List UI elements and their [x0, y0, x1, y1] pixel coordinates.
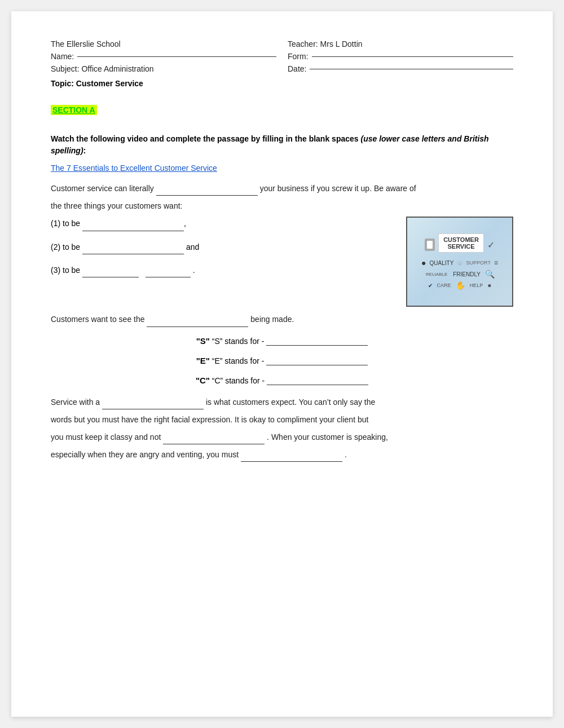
- smile-icon: ☺: [457, 260, 462, 266]
- service-start: Service with a: [51, 398, 100, 407]
- blank-e[interactable]: [266, 356, 368, 365]
- item2-and: and: [186, 242, 199, 252]
- e-letter: "E": [196, 356, 210, 365]
- care-keyword: CARE: [436, 282, 452, 289]
- words-para: words but you must have the right facial…: [51, 413, 513, 427]
- blank-item2[interactable]: [82, 245, 184, 254]
- two-col-area: (1) to be , (2) to be and (3) to be .: [51, 217, 513, 307]
- reliable-keyword: RELIABLE: [425, 271, 448, 277]
- classy-start: you must keep it classy and not: [51, 433, 161, 442]
- stands-for-section: "S" “S” stands for - "E" “E” stands for …: [51, 336, 513, 385]
- friendly-keyword: FRIENDLY: [452, 271, 482, 278]
- para2: the three things your customers want:: [51, 199, 513, 213]
- blank-classy[interactable]: [163, 435, 265, 444]
- date-field: Date:: [288, 64, 513, 73]
- date-label: Date:: [288, 64, 306, 73]
- s-letter: "S": [196, 336, 210, 346]
- teacher-name: Teacher: Mrs L Dottin: [288, 39, 513, 48]
- date-line: [310, 69, 513, 69]
- school-name: The Ellerslie School: [51, 39, 276, 48]
- quality-keyword: QUALITY: [429, 259, 455, 267]
- customer-service-image: CUSTOMER SERVICE ✓ ● QUALITY ☺ SUPPORT ≡…: [406, 217, 513, 307]
- fill-lines: (1) to be , (2) to be and (3) to be .: [51, 217, 395, 286]
- blank-s[interactable]: [266, 337, 368, 346]
- customers-want-start: Customers want to see the: [51, 315, 145, 324]
- section-a-label: SECTION A: [51, 105, 97, 115]
- service-para: Service with a is what customers expect.…: [51, 395, 513, 409]
- item2-label: (2) to be: [51, 242, 80, 252]
- header-grid: The Ellerslie School Teacher: Mrs L Dott…: [51, 39, 513, 73]
- support-keyword: SUPPORT: [465, 259, 492, 266]
- c-stands-line: "C" “C” stands for -: [51, 376, 513, 385]
- name-field: Name:: [51, 52, 276, 61]
- hand-icon: ✋: [456, 281, 465, 290]
- form-label: Form:: [288, 52, 309, 61]
- e-stands-text: “E” stands for -: [212, 356, 265, 365]
- item1-label: (1) to be: [51, 219, 80, 228]
- cs-title-box: CUSTOMER SERVICE: [438, 233, 484, 253]
- customers-want: Customers want to see the being made.: [51, 312, 513, 327]
- words-text: words but you must have the right facial…: [51, 415, 368, 424]
- venting-end: .: [345, 450, 347, 459]
- classy-end: . When your customer is speaking,: [267, 433, 388, 442]
- topic-line: Topic: Customer Service: [51, 79, 513, 88]
- c-stands-text: “C” stands for -: [212, 376, 265, 385]
- item2: (2) to be and: [51, 240, 395, 254]
- bullet-icon: ●: [421, 258, 426, 267]
- item3: (3) to be .: [51, 263, 395, 277]
- topic-text: Topic: Customer Service: [51, 79, 143, 88]
- item1: (1) to be ,: [51, 217, 395, 231]
- blank-smile[interactable]: [102, 400, 204, 409]
- blank-venting[interactable]: [241, 453, 342, 462]
- checkmark-icon: ✓: [487, 240, 495, 250]
- instruction-end: :: [83, 146, 86, 155]
- s-stands-line: "S" “S” stands for -: [51, 336, 513, 346]
- cs-title-line1: CUSTOMER: [443, 236, 479, 243]
- item3-label: (3) to be: [51, 266, 80, 275]
- form-field: Form:: [288, 52, 513, 61]
- subject-field: Subject: Office Administration: [51, 64, 276, 73]
- subject-label: Subject: Office Administration: [51, 64, 154, 73]
- instruction: Watch the following video and complete t…: [51, 133, 513, 157]
- form-line: [312, 56, 513, 57]
- blank-c[interactable]: [267, 376, 368, 385]
- instruction-text: Watch the following video and complete t…: [51, 134, 360, 143]
- blank-item3b[interactable]: [146, 268, 191, 277]
- c-letter: "C": [196, 376, 210, 385]
- s-stands-text: “S” stands for -: [212, 337, 265, 346]
- video-link[interactable]: The 7 Essentials to Excellent Customer S…: [51, 164, 513, 173]
- blank-item1[interactable]: [82, 222, 184, 231]
- blank-item3a[interactable]: [82, 268, 139, 277]
- venting-para: especially when they are angry and venti…: [51, 448, 513, 462]
- classy-para: you must keep it classy and not . When y…: [51, 430, 513, 444]
- name-line: [77, 56, 276, 57]
- para2-text: the three things your customers want:: [51, 201, 182, 210]
- equals-icon: ≡: [494, 259, 498, 267]
- cs-title-line2: SERVICE: [443, 243, 479, 250]
- blank-1[interactable]: [156, 187, 258, 196]
- e-stands-line: "E" “E” stands for -: [51, 356, 513, 365]
- blank-being[interactable]: [147, 318, 248, 327]
- para1: Customer service can literally your busi…: [51, 182, 513, 196]
- service-mid: is what customers expect. You can’t only…: [206, 398, 375, 407]
- teacher-label: Teacher: Mrs L Dottin: [288, 39, 363, 48]
- name-label: Name:: [51, 52, 74, 61]
- person-icon: 🔍: [485, 270, 495, 279]
- page: The Ellerslie School Teacher: Mrs L Dott…: [11, 11, 553, 717]
- customers-want-end: being made.: [250, 315, 294, 324]
- bullet2-icon: ●: [487, 281, 491, 289]
- school-label: The Ellerslie School: [51, 39, 121, 48]
- checkmark2-icon: ✔: [428, 283, 433, 289]
- venting-start: especially when they are angry and venti…: [51, 450, 239, 459]
- help-keyword: HELP: [469, 282, 484, 289]
- para1-start: Customer service can literally: [51, 184, 154, 193]
- para1-end: your business if you screw it up. Be awa…: [260, 184, 416, 193]
